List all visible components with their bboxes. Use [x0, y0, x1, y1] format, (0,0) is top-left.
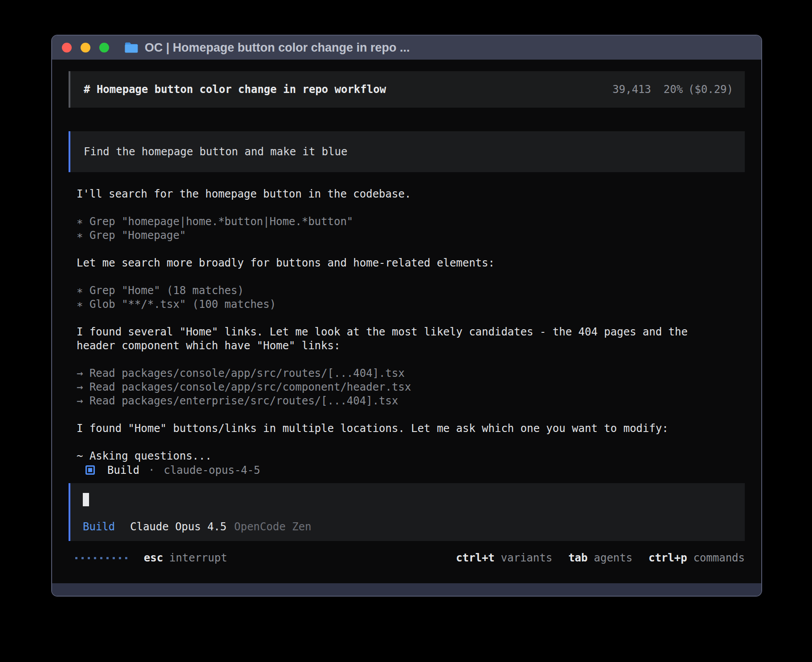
window-title: OC | Homepage button color change in rep… [145, 41, 410, 55]
terminal-window: OC | Homepage button color change in rep… [51, 35, 762, 597]
minimize-button[interactable] [81, 43, 90, 52]
variants-hint: ctrl+t variants [456, 552, 552, 564]
statusbar-left: esc interrupt [75, 552, 227, 564]
zoom-button[interactable] [99, 43, 109, 52]
user-message: Find the homepage button and make it blu… [69, 131, 745, 172]
ctrl-t-key: ctrl+t [456, 552, 495, 564]
tab-key: tab [568, 552, 588, 564]
window-bottom-edge [52, 583, 761, 596]
statusbar-right: ctrl+t variants tab agents ctrl+p comman… [440, 552, 745, 564]
agent-model: claude-opus-4-5 [164, 464, 260, 476]
titlebar[interactable]: OC | Homepage button color change in rep… [52, 36, 761, 60]
token-count: 39,413 [613, 83, 651, 96]
ctrl-p-key: ctrl+p [649, 552, 687, 564]
commands-hint: ctrl+p commands [649, 552, 745, 564]
commands-label: commands [693, 552, 745, 564]
assistant-transcript: I'll search for the homepage button in t… [69, 187, 745, 463]
asking-questions-status: ~ Asking questions... [77, 449, 745, 463]
composer-meta: Build Claude Opus 4.5 OpenCode Zen [83, 521, 745, 533]
session-cost: ($0.29) [688, 83, 733, 96]
assistant-text: I found "Home" buttons/links in multiple… [77, 422, 745, 436]
tool-call-read: → Read packages/console/app/src/componen… [77, 380, 745, 394]
traffic-lights [62, 43, 109, 52]
session-title: # Homepage button color change in repo w… [84, 83, 386, 96]
context-percent: 20% [663, 83, 682, 96]
agent-badge-icon [85, 465, 95, 475]
tool-call-read: → Read packages/enterprise/src/routes/[.… [77, 394, 745, 408]
tool-call-glob: ∗ Glob "**/*.tsx" (100 matches) [77, 298, 745, 311]
agent-name: Build [107, 464, 139, 476]
session-stats: 39,413 20% ($0.29) [613, 83, 733, 96]
composer-provider-label: OpenCode Zen [234, 521, 311, 533]
composer-agent-label[interactable]: Build [83, 521, 115, 533]
session-header: # Homepage button color change in repo w… [69, 71, 745, 108]
close-button[interactable] [62, 43, 72, 52]
prompt-input[interactable]: Build Claude Opus 4.5 OpenCode Zen [69, 483, 745, 541]
variants-label: variants [501, 552, 552, 564]
assistant-text: I'll search for the homepage button in t… [77, 187, 745, 201]
dot-separator: · [148, 464, 154, 476]
agents-label: agents [594, 552, 633, 564]
status-bar: esc interrupt ctrl+t variants tab agents… [69, 551, 745, 565]
user-message-text: Find the homepage button and make it blu… [84, 145, 347, 158]
assistant-text: Let me search more broadly for buttons a… [77, 256, 745, 270]
assistant-text: I found several "Home" links. Let me loo… [77, 325, 745, 353]
composer-model-label[interactable]: Claude Opus 4.5 [130, 521, 227, 533]
tool-call-grep: ∗ Grep "Homepage" [77, 229, 745, 242]
terminal-content: # Homepage button color change in repo w… [52, 60, 761, 583]
agent-status-line: Build · claude-opus-4-5 [69, 463, 745, 477]
folder-icon [124, 42, 138, 53]
interrupt-label: interrupt [169, 552, 227, 564]
tool-call-read: → Read packages/console/app/src/routes/[… [77, 367, 745, 380]
tool-call-grep: ∗ Grep "Home" (18 matches) [77, 284, 745, 298]
tool-call-grep: ∗ Grep "homepage|home.*button|Home.*butt… [77, 215, 745, 229]
spinner-dots-icon [75, 557, 127, 559]
text-cursor [83, 493, 89, 506]
esc-key-hint: esc [144, 552, 163, 564]
agents-hint: tab agents [568, 552, 633, 564]
